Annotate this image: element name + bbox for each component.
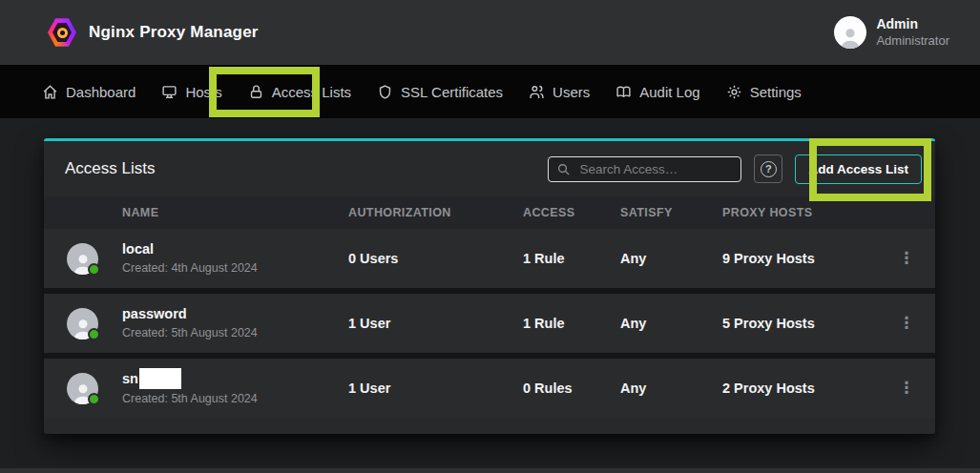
user-name: Admin (876, 16, 949, 33)
nav-label: Dashboard (66, 84, 136, 100)
nav-item-ssl-certificates[interactable]: SSL Certificates (377, 84, 503, 100)
table-body: local Created: 4th August 2024 0 Users 1… (44, 229, 935, 418)
help-icon: ? (761, 161, 777, 177)
status-online-dot (88, 328, 100, 340)
nav-label: Hosts (185, 84, 221, 100)
created-date: Created: 5th August 2024 (122, 325, 348, 341)
col-header-satisfy: SATISFY (620, 206, 722, 219)
nav-item-users[interactable]: Users (529, 84, 590, 100)
table-header-row: NAME AUTHORIZATION ACCESS SATISFY PROXY … (44, 196, 935, 229)
col-header-authorization: AUTHORIZATION (348, 206, 523, 219)
satisfy-value: Any (620, 380, 722, 396)
nav-label: Settings (750, 84, 802, 100)
proxy-hosts-value: 9 Proxy Hosts (722, 251, 878, 266)
nav-label: Access Lists (272, 84, 351, 100)
access-value: 0 Rules (523, 380, 620, 396)
nav-item-hosts[interactable]: Hosts (161, 84, 221, 100)
users-icon (529, 84, 545, 100)
search-input[interactable] (548, 156, 741, 182)
main-nav: Dashboard Hosts Access Lists SSL Certifi… (0, 65, 980, 118)
status-online-dot (88, 263, 100, 276)
book-icon (615, 84, 632, 100)
authorization-value: 1 User (348, 380, 523, 396)
person-icon (838, 24, 863, 49)
col-header-proxy-hosts: PROXY HOSTS (722, 206, 878, 219)
access-list-name: local (122, 240, 154, 259)
access-list-name: password (122, 305, 187, 324)
table-row[interactable]: local Created: 4th August 2024 0 Users 1… (44, 229, 935, 288)
nav-label: Audit Log (639, 84, 699, 100)
nav-label: SSL Certificates (401, 84, 503, 100)
row-avatar (67, 373, 98, 404)
access-value: 1 Rule (523, 251, 620, 266)
created-date: Created: 4th August 2024 (122, 260, 348, 277)
shield-icon (377, 84, 393, 100)
app-title: Nginx Proxy Manager (89, 23, 259, 42)
app-logo-icon (48, 17, 76, 48)
page-title: Access Lists (65, 159, 155, 178)
window-bottom-edge (0, 468, 980, 473)
help-button[interactable]: ? (754, 154, 782, 183)
user-menu[interactable]: Admin Administrator (834, 16, 949, 49)
authorization-value: 0 Users (348, 251, 523, 266)
add-access-list-button[interactable]: Add Access List (795, 154, 922, 184)
row-menu-kebab-icon[interactable]: ⋮ (899, 380, 915, 396)
topbar: Nginx Proxy Manager Admin Administrator (0, 0, 980, 65)
col-header-name: NAME (122, 206, 348, 219)
redaction-box (139, 368, 181, 389)
nav-label: Users (553, 84, 590, 100)
access-value: 1 Rule (523, 316, 620, 331)
card-header: Access Lists ? Add Access List (44, 141, 935, 196)
home-icon (42, 84, 58, 100)
lock-icon (248, 84, 264, 100)
authorization-value: 1 User (348, 316, 523, 331)
monitor-icon (161, 84, 177, 100)
user-role: Administrator (876, 33, 949, 49)
created-date: Created: 5th August 2024 (122, 391, 348, 407)
table-row[interactable]: password Created: 5th August 2024 1 User… (44, 294, 935, 353)
status-online-dot (88, 393, 100, 405)
nav-item-dashboard[interactable]: Dashboard (42, 84, 136, 100)
row-menu-kebab-icon[interactable]: ⋮ (899, 315, 915, 331)
satisfy-value: Any (620, 251, 722, 266)
row-avatar (67, 243, 98, 275)
proxy-hosts-value: 5 Proxy Hosts (722, 316, 878, 331)
access-list-name: sn (122, 370, 138, 389)
proxy-hosts-value: 2 Proxy Hosts (722, 380, 878, 396)
search-box (548, 156, 741, 182)
nav-item-settings[interactable]: Settings (726, 84, 802, 100)
row-avatar (67, 308, 98, 339)
user-avatar[interactable] (834, 16, 866, 49)
nav-item-access-lists[interactable]: Access Lists (248, 84, 351, 100)
access-lists-card: Access Lists ? Add Access List NAME AUTH… (44, 138, 935, 434)
gear-icon (726, 84, 742, 100)
col-header-access: ACCESS (523, 206, 620, 219)
satisfy-value: Any (620, 316, 722, 331)
table-row[interactable]: sn Created: 5th August 2024 1 User 0 Rul… (44, 359, 935, 418)
nav-item-audit-log[interactable]: Audit Log (615, 84, 699, 100)
row-menu-kebab-icon[interactable]: ⋮ (899, 250, 915, 266)
search-icon (556, 162, 571, 176)
